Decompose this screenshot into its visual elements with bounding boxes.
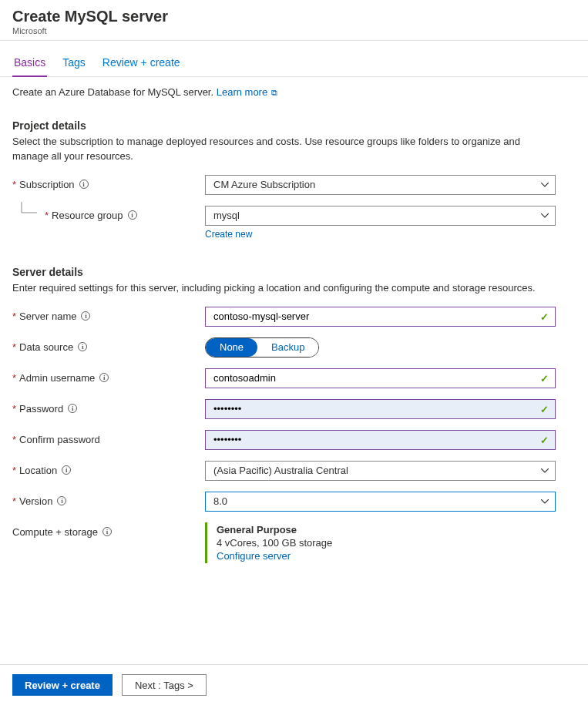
project-details-desc: Select the subscription to manage deploy… (12, 135, 552, 164)
form-content: Create an Azure Database for MySQL serve… (0, 77, 588, 563)
version-label-text: Version (19, 495, 52, 507)
resource-group-select[interactable]: mysql (205, 206, 556, 226)
label-admin-username: * Admin username i (12, 368, 205, 384)
compute-tier: General Purpose (217, 524, 556, 535)
tab-bar: Basics Tags Review + create (0, 41, 588, 77)
location-value: (Asia Pacific) Australia Central (213, 465, 348, 476)
row-version: * Version i 8.0 (12, 492, 576, 512)
confirm-password-label-text: Confirm password (19, 434, 100, 445)
info-icon[interactable]: i (102, 527, 112, 536)
required-asterisk: * (12, 495, 16, 507)
external-link-icon: ⧉ (269, 88, 277, 97)
check-icon: ✓ (540, 434, 549, 445)
confirm-password-input[interactable] (213, 431, 533, 449)
info-icon[interactable]: i (99, 373, 109, 382)
location-select[interactable]: (Asia Pacific) Australia Central (205, 461, 556, 481)
check-icon: ✓ (540, 311, 549, 322)
label-data-source: * Data source i (12, 337, 205, 353)
row-data-source: * Data source i None Backup (12, 337, 576, 358)
info-icon[interactable]: i (128, 210, 137, 220)
admin-username-label-text: Admin username (19, 372, 95, 384)
project-details-title: Project details (12, 119, 576, 132)
required-asterisk: * (12, 341, 16, 353)
learn-more-link[interactable]: Learn more ⧉ (217, 86, 278, 98)
learn-more-label: Learn more (217, 86, 267, 98)
info-icon[interactable]: i (68, 404, 77, 413)
password-label-text: Password (19, 403, 63, 415)
label-confirm-password: * Confirm password (12, 430, 205, 445)
next-tags-button[interactable]: Next : Tags > (122, 674, 207, 696)
subscription-label-text: Subscription (19, 179, 75, 190)
required-asterisk: * (12, 403, 16, 415)
tab-review-create[interactable]: Review + create (101, 53, 182, 76)
intro-prefix: Create an Azure Database for MySQL serve… (12, 86, 217, 98)
chevron-down-icon (541, 499, 549, 504)
chevron-down-icon (541, 213, 549, 218)
info-icon[interactable]: i (79, 180, 89, 189)
info-icon[interactable]: i (57, 496, 66, 505)
info-icon[interactable]: i (78, 342, 87, 351)
row-subscription: * Subscription i CM Azure Subscription (12, 175, 576, 195)
compute-spec: 4 vCores, 100 GB storage (217, 537, 556, 549)
label-server-name: * Server name i (12, 307, 205, 322)
label-location: * Location i (12, 461, 205, 476)
admin-username-input[interactable] (213, 369, 533, 388)
location-label-text: Location (19, 465, 57, 476)
wizard-footer: Review + create Next : Tags > (0, 664, 588, 705)
branch-icon (12, 202, 40, 220)
data-source-backup[interactable]: Backup (257, 338, 318, 357)
row-compute-storage: Compute + storage i General Purpose 4 vC… (12, 522, 576, 563)
row-location: * Location i (Asia Pacific) Australia Ce… (12, 461, 576, 481)
version-value: 8.0 (213, 495, 227, 507)
resource-group-label-text: Resource group (52, 210, 123, 221)
admin-username-input-wrapper: ✓ (205, 368, 556, 388)
required-asterisk: * (12, 434, 16, 445)
subscription-value: CM Azure Subscription (213, 179, 315, 190)
page-subtitle: Microsoft (12, 26, 576, 35)
page-header: Create MySQL server Microsoft (0, 0, 588, 41)
chevron-down-icon (541, 183, 549, 187)
row-resource-group: * Resource group i mysql Create new (12, 206, 576, 240)
password-input-wrapper: ✓ (205, 399, 556, 419)
page-title: Create MySQL server (12, 6, 576, 26)
label-subscription: * Subscription i (12, 175, 205, 190)
review-create-button[interactable]: Review + create (12, 674, 113, 696)
server-name-label-text: Server name (19, 311, 76, 322)
row-confirm-password: * Confirm password ✓ (12, 430, 576, 450)
row-admin-username: * Admin username i ✓ (12, 368, 576, 388)
required-asterisk: * (12, 372, 16, 384)
data-source-none[interactable]: None (206, 338, 257, 357)
create-new-resource-group-link[interactable]: Create new (205, 229, 252, 240)
label-resource-group: * Resource group i (12, 206, 205, 221)
label-password: * Password i (12, 399, 205, 415)
required-asterisk: * (12, 179, 16, 190)
resource-group-value: mysql (213, 210, 240, 221)
check-icon: ✓ (540, 403, 549, 415)
row-server-name: * Server name i ✓ (12, 307, 576, 327)
check-icon: ✓ (540, 372, 549, 384)
data-source-label-text: Data source (19, 341, 73, 353)
required-asterisk: * (45, 210, 49, 221)
row-password: * Password i ✓ (12, 399, 576, 419)
subscription-select[interactable]: CM Azure Subscription (205, 175, 556, 195)
configure-server-link[interactable]: Configure server (217, 550, 291, 562)
info-icon[interactable]: i (81, 311, 90, 321)
version-select[interactable]: 8.0 (205, 492, 556, 512)
server-details-desc: Enter required settings for this server,… (12, 281, 552, 296)
data-source-toggle: None Backup (205, 337, 319, 358)
tab-tags[interactable]: Tags (61, 53, 87, 76)
required-asterisk: * (12, 465, 16, 476)
intro-text: Create an Azure Database for MySQL serve… (12, 86, 576, 98)
server-details-title: Server details (12, 266, 576, 278)
info-icon[interactable]: i (62, 465, 71, 475)
compute-label-text: Compute + storage (12, 526, 98, 538)
required-asterisk: * (12, 311, 16, 322)
tab-basics[interactable]: Basics (12, 53, 47, 76)
server-name-input[interactable] (213, 307, 533, 326)
server-name-input-wrapper: ✓ (205, 307, 556, 327)
password-input[interactable] (213, 400, 533, 418)
compute-summary: General Purpose 4 vCores, 100 GB storage… (205, 522, 556, 563)
label-compute-storage: Compute + storage i (12, 522, 205, 538)
chevron-down-icon (541, 468, 549, 473)
label-version: * Version i (12, 492, 205, 507)
